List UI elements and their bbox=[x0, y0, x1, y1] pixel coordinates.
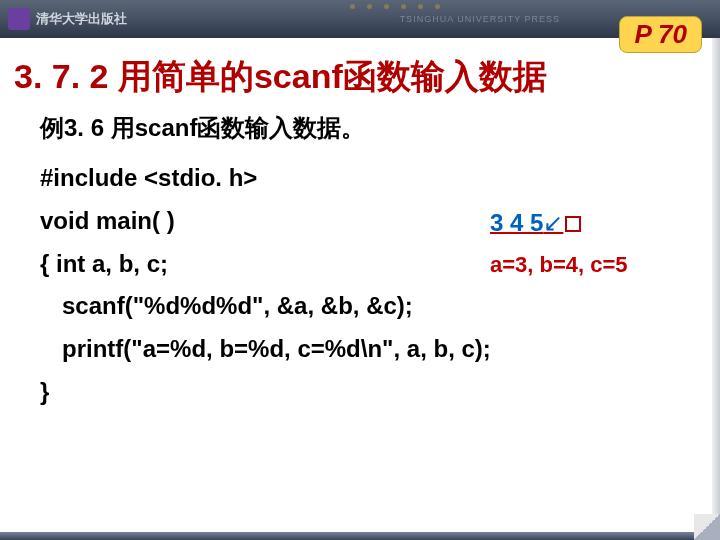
side-shadow bbox=[712, 38, 720, 532]
input-text: 3 4 5 bbox=[490, 209, 543, 236]
code-block: #include <stdio. h> void main( ) { int a… bbox=[40, 158, 700, 413]
corner-fold-icon bbox=[694, 514, 720, 540]
placeholder-box-icon bbox=[565, 216, 581, 232]
content-area: 例3. 6 用scanf函数输入数据。 #include <stdio. h> … bbox=[40, 112, 700, 413]
logo-area: 清华大学出版社 bbox=[8, 8, 127, 30]
example-title: 例3. 6 用scanf函数输入数据。 bbox=[40, 112, 700, 144]
page-badge: P 70 bbox=[619, 16, 702, 53]
code-line-3: { int a, b, c; bbox=[40, 244, 490, 285]
code-line-6: } bbox=[40, 372, 700, 413]
section-title: 3. 7. 2 用简单的scanf函数输入数据 bbox=[14, 54, 720, 100]
code-line-5: printf("a=%d, b=%d, c=%d\n", a, b, c); bbox=[62, 329, 700, 370]
footer-bar bbox=[0, 532, 720, 540]
header-dots bbox=[350, 4, 440, 9]
code-line-1: #include <stdio. h> bbox=[40, 158, 700, 199]
code-line-2: void main( ) bbox=[40, 201, 490, 242]
logo-text: 清华大学出版社 bbox=[36, 10, 127, 28]
code-line-4: scanf("%d%d%d", &a, &b, &c); bbox=[62, 286, 700, 327]
logo-badge bbox=[8, 8, 30, 30]
header-bar: 清华大学出版社 TSINGHUA UNIVERSITY PRESS bbox=[0, 0, 720, 38]
output-line: a=3, b=4, c=5 bbox=[490, 246, 700, 283]
press-en: TSINGHUA UNIVERSITY PRESS bbox=[400, 14, 560, 24]
enter-icon: ↙ bbox=[543, 209, 563, 236]
input-line: 3 4 5↙ bbox=[490, 203, 700, 244]
io-block: 3 4 5↙ a=3, b=4, c=5 bbox=[490, 201, 700, 283]
